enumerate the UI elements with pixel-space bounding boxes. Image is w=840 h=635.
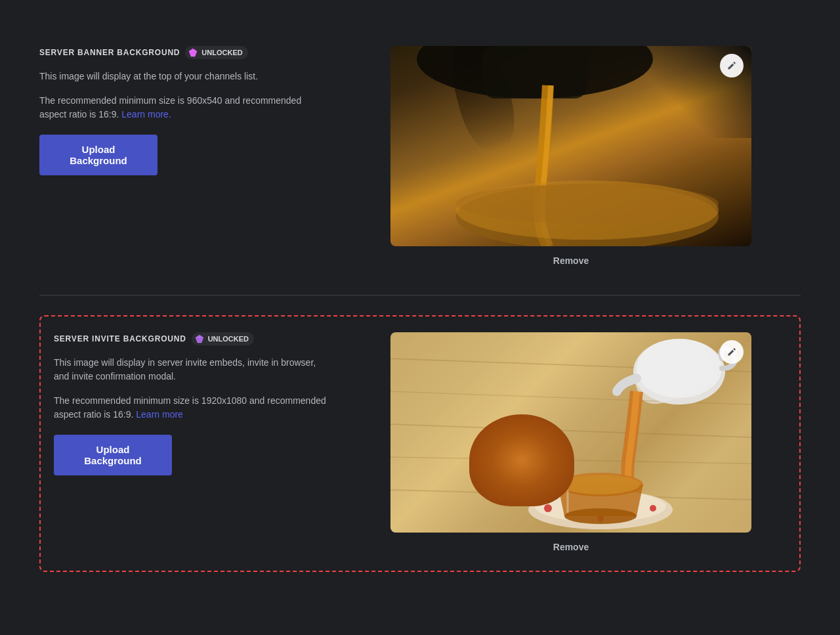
server-banner-badge-label: UNLOCKED	[201, 49, 242, 56]
svg-point-25	[561, 475, 640, 494]
svg-rect-3	[482, 46, 587, 99]
server-invite-section: SERVER INVITE BACKGROUND UNLOCKED	[54, 332, 786, 555]
server-invite-image-container	[390, 332, 751, 533]
server-banner-image-area: Remove	[341, 46, 801, 269]
svg-point-20	[544, 504, 552, 512]
svg-point-6	[456, 184, 719, 223]
server-invite-badge-label: UNLOCKED	[208, 335, 249, 343]
server-banner-section: SERVER BANNER BACKGROUND UNLOCKED This i…	[26, 26, 814, 288]
server-invite-image-area: Remove	[356, 332, 786, 555]
server-banner-image-container	[390, 46, 751, 246]
svg-point-24	[564, 508, 637, 524]
server-banner-title: SERVER BANNER BACKGROUND	[39, 48, 180, 57]
server-banner-info: SERVER BANNER BACKGROUND UNLOCKED This i…	[39, 46, 315, 175]
server-invite-desc-2: The recommended minimum size is 1920x108…	[54, 394, 329, 422]
server-invite-upload-button[interactable]: Upload Background	[54, 435, 172, 475]
server-banner-title-row: SERVER BANNER BACKGROUND UNLOCKED	[39, 46, 315, 59]
svg-point-17	[637, 339, 722, 398]
server-invite-learn-more[interactable]: Learn more	[136, 409, 183, 420]
server-invite-info: SERVER INVITE BACKGROUND UNLOCKED	[54, 332, 329, 475]
server-invite-title: SERVER INVITE BACKGROUND	[54, 334, 186, 343]
server-banner-upload-button[interactable]: Upload Background	[39, 135, 158, 175]
server-invite-highlighted-container: SERVER INVITE BACKGROUND UNLOCKED	[39, 315, 801, 572]
server-invite-title-row: SERVER INVITE BACKGROUND UNLOCKED	[54, 332, 329, 345]
pencil-icon	[726, 347, 737, 357]
section-divider	[39, 295, 801, 296]
server-banner-image	[390, 46, 751, 246]
server-invite-desc-1: This image will display in server invite…	[54, 356, 329, 383]
server-banner-desc-2: The recommended minimum size is 960x540 …	[39, 94, 315, 121]
server-banner-edit-button[interactable]	[720, 54, 744, 77]
diamond-pink-icon	[188, 47, 198, 58]
server-invite-badge: UNLOCKED	[192, 332, 254, 345]
server-banner-desc-1: This image will display at the top of yo…	[39, 70, 315, 83]
pencil-icon	[726, 60, 737, 71]
server-invite-image	[390, 332, 751, 533]
server-banner-badge: UNLOCKED	[185, 46, 247, 59]
server-invite-remove-button[interactable]: Remove	[548, 539, 594, 555]
server-banner-remove-button[interactable]: Remove	[548, 253, 594, 269]
page-container: SERVER BANNER BACKGROUND UNLOCKED This i…	[0, 0, 840, 611]
server-banner-learn-more[interactable]: Learn more.	[121, 109, 171, 120]
server-invite-edit-button[interactable]	[720, 340, 744, 364]
svg-point-21	[650, 505, 656, 512]
diamond-purple-icon	[194, 334, 205, 344]
